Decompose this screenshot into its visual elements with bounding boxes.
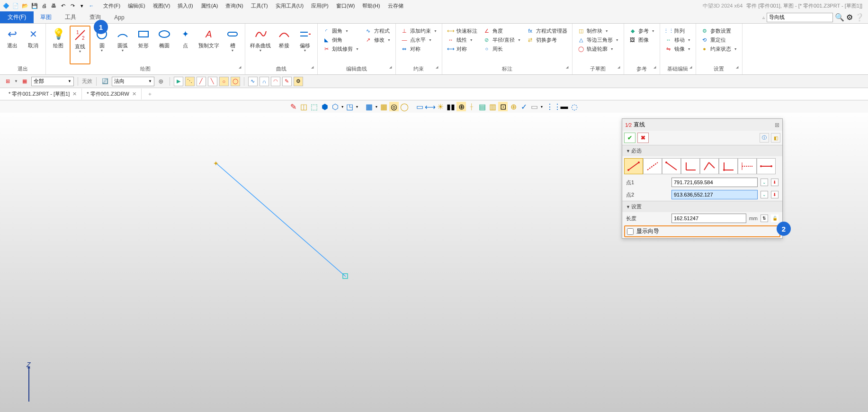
menu-query[interactable]: 查询(N) bbox=[224, 1, 245, 10]
vt-icon[interactable]: ⬚ bbox=[310, 102, 319, 111]
vt-dots-icon[interactable]: ⋮⋮ bbox=[549, 102, 558, 111]
text-button[interactable]: A预制文字 bbox=[197, 26, 221, 64]
menu-util[interactable]: 实用工具(U) bbox=[274, 1, 305, 10]
cancel-button[interactable]: ✕取消 bbox=[24, 26, 43, 64]
play-icon[interactable]: ▶ bbox=[174, 77, 183, 86]
menu-app[interactable]: 应用(P) bbox=[309, 1, 331, 10]
cancel-panel-button[interactable]: ✖ bbox=[637, 133, 649, 143]
menu-attr[interactable]: 属性(A) bbox=[199, 1, 220, 10]
vt-measure-icon[interactable]: ⟊ bbox=[467, 102, 476, 111]
vt-box-icon[interactable]: ▭ bbox=[415, 102, 424, 111]
target-icon[interactable]: ◎ bbox=[156, 77, 166, 86]
linear-dim-button[interactable]: ↔线性▼ bbox=[445, 36, 479, 44]
line-type-4[interactable] bbox=[681, 158, 700, 174]
vt-target2-icon[interactable]: ⊕ bbox=[456, 102, 466, 111]
settings-tool-icon[interactable]: ⚙ bbox=[294, 77, 303, 86]
perimeter-dim-button[interactable]: ○周长 bbox=[481, 45, 523, 53]
eq-triangle-button[interactable]: △等边三角形▼ bbox=[575, 36, 621, 44]
exit-button[interactable]: ↩退出 bbox=[3, 26, 22, 64]
vt-black-icon[interactable]: ▬ bbox=[559, 102, 569, 111]
arc-tool-icon[interactable]: ◠ bbox=[271, 77, 280, 86]
vt-view-icon[interactable]: ▦ bbox=[365, 102, 374, 111]
pin-icon[interactable]: ◧ bbox=[771, 133, 780, 143]
menu-cloud[interactable]: 云存储 bbox=[386, 1, 405, 10]
ellipse-button[interactable]: 椭圆 bbox=[155, 26, 174, 64]
radius-dim-button[interactable]: ⊘半径/直径▼ bbox=[481, 36, 523, 44]
menu-view[interactable]: 视图(V) bbox=[151, 1, 172, 10]
qat-dropdown-icon[interactable]: ▾ bbox=[78, 1, 86, 10]
circle-tool-icon[interactable]: ○ bbox=[219, 77, 229, 86]
pt2-dropdown[interactable]: ⌄ bbox=[761, 191, 768, 198]
doc-tab-2[interactable]: * 零件001.Z3DRW✕ bbox=[82, 89, 142, 99]
menu-insert[interactable]: 插入(I) bbox=[176, 1, 195, 10]
sketch-line[interactable]: ✦ bbox=[213, 160, 355, 283]
arc-button[interactable]: 圆弧▼ bbox=[113, 26, 132, 64]
menu-tools[interactable]: 工具(T) bbox=[249, 1, 270, 10]
new-file-icon[interactable]: 📄 bbox=[11, 1, 20, 10]
menu-help[interactable]: 帮助(H) bbox=[360, 1, 382, 10]
angle-dim-button[interactable]: ∠角度 bbox=[481, 27, 523, 35]
length-input[interactable] bbox=[671, 214, 746, 223]
line-type-2[interactable] bbox=[643, 158, 662, 174]
length-stepper[interactable]: ⇅ bbox=[761, 215, 768, 222]
vt-cube2-icon[interactable]: ⬡ bbox=[331, 102, 340, 111]
quick-dim-button[interactable]: ⟷快速标注 bbox=[445, 27, 479, 35]
line-button[interactable]: 12直线▼ bbox=[70, 26, 90, 64]
point-button[interactable]: ✦点 bbox=[176, 26, 195, 64]
vt-layers-icon[interactable]: ▤ bbox=[477, 102, 487, 111]
vt-circle-icon[interactable]: ◯ bbox=[400, 102, 409, 111]
pt-horizontal-button[interactable]: —点水平▼ bbox=[399, 36, 439, 44]
save-icon[interactable]: 💾 bbox=[30, 1, 39, 10]
line-type-7[interactable] bbox=[738, 158, 757, 174]
chamfer-button[interactable]: ◣倒角 bbox=[321, 36, 361, 44]
open-file-icon[interactable]: 📂 bbox=[21, 1, 29, 10]
pt1-input[interactable] bbox=[671, 178, 758, 187]
search-icon[interactable]: 🔍 bbox=[835, 13, 844, 22]
help-icon[interactable]: ❔ bbox=[855, 13, 864, 22]
fillet-button[interactable]: ◜圆角▼ bbox=[321, 27, 361, 35]
vt-snap-icon[interactable]: ⊡ bbox=[498, 102, 508, 111]
vt-split-icon[interactable]: ▮▮ bbox=[446, 102, 456, 111]
mirror-button[interactable]: ⇋镜像▼ bbox=[663, 45, 693, 53]
info-icon[interactable]: ⓘ bbox=[760, 133, 769, 143]
draw-button[interactable]: 💡绘图 bbox=[49, 26, 68, 64]
relocate-button[interactable]: ⟲重定位 bbox=[699, 36, 739, 44]
close-icon[interactable]: ✕ bbox=[132, 91, 136, 97]
ok-button[interactable]: ✔ bbox=[624, 133, 635, 143]
search-input[interactable] bbox=[767, 13, 833, 22]
back-icon[interactable]: ← bbox=[87, 1, 96, 10]
rect-button[interactable]: 矩形 bbox=[134, 26, 153, 64]
edit-tool-icon[interactable]: ✎ bbox=[282, 77, 292, 86]
panel-close-icon[interactable]: ⊠ bbox=[775, 122, 779, 128]
filter-icon[interactable]: ⊞ bbox=[3, 77, 12, 86]
vt-icon[interactable]: ✎ bbox=[289, 102, 298, 111]
vt-target3-icon[interactable]: ⊕ bbox=[509, 102, 518, 111]
vt-sun-icon[interactable]: ☀ bbox=[436, 102, 445, 111]
new-tab-button[interactable]: ＋ bbox=[142, 89, 158, 99]
vt-icon[interactable]: ◫ bbox=[299, 102, 309, 111]
line-type-8[interactable] bbox=[757, 158, 776, 174]
image-button[interactable]: 🖼图像 bbox=[627, 36, 657, 44]
print-preview-icon[interactable]: 🖶 bbox=[49, 1, 58, 10]
offset-button[interactable]: 偏移▼ bbox=[295, 26, 314, 64]
print-icon[interactable]: 🖨 bbox=[40, 1, 48, 10]
file-menu-button[interactable]: 文件(F) bbox=[0, 11, 34, 23]
line2-tool-icon[interactable]: ╲ bbox=[208, 77, 217, 86]
menu-window[interactable]: 窗口(W) bbox=[334, 1, 357, 10]
vt-loading-icon[interactable]: ◌ bbox=[570, 102, 579, 111]
line-type-1[interactable] bbox=[624, 158, 643, 174]
close-icon[interactable]: ✕ bbox=[72, 91, 77, 97]
reference-button[interactable]: ◆参考▼ bbox=[627, 27, 657, 35]
length-lock-icon[interactable]: 🔓 bbox=[771, 215, 779, 222]
drawing-canvas[interactable]: ✦ Z ▲ 1⁄2 直线 ⊠ ✔ ✖ ⓘ ◧ 必选 bbox=[0, 113, 868, 412]
refresh-icon[interactable]: 🔄 bbox=[100, 77, 110, 86]
symmetry-button[interactable]: ⇔对称 bbox=[399, 45, 439, 53]
filter2-icon[interactable]: ▦ bbox=[20, 77, 29, 86]
normal-combo[interactable]: 法向▼ bbox=[112, 77, 154, 86]
line-type-6[interactable] bbox=[719, 158, 738, 174]
vt-ruler-icon[interactable]: ⟷ bbox=[425, 102, 435, 111]
sym-dim-button[interactable]: ⟷对称 bbox=[445, 45, 479, 53]
param-settings-button[interactable]: ⚙参数设置 bbox=[699, 27, 739, 35]
vt-cube-icon[interactable]: ⬢ bbox=[320, 102, 330, 111]
bridge-button[interactable]: 桥接 bbox=[275, 26, 294, 64]
